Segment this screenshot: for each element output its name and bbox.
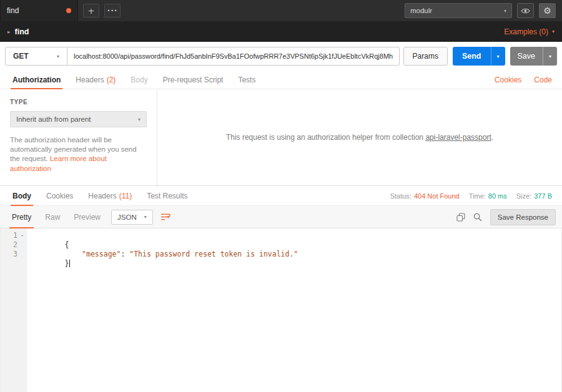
tab-tests[interactable]: Tests <box>230 71 263 89</box>
request-builder: GET ▾ Params Send ▾ Save ▾ <box>0 42 562 71</box>
ellipsis-icon: ••• <box>107 8 117 14</box>
settings-button[interactable]: ⚙ <box>539 3 556 18</box>
postman-app: find + ••• modulr ▾ ⚙ ▸ <box>0 0 562 392</box>
chevron-down-icon: ▾ <box>57 54 59 59</box>
size-meta: Size: 377 B <box>516 192 552 200</box>
unsaved-dot-icon <box>66 8 71 13</box>
request-header: ▸ find Examples (0) ▾ <box>0 21 562 42</box>
authorization-panel: TYPE Inherit auth from parent ▾ The auth… <box>0 89 562 186</box>
response-body-editor[interactable]: 1 - 2 3 { "message": "This password rese… <box>0 228 562 392</box>
response-headers-count-badge: (11) <box>119 192 132 200</box>
params-label: Params <box>413 52 438 61</box>
tab-pre-request-script[interactable]: Pre-request Script <box>155 71 231 89</box>
auth-help-text: The authorization header will be automat… <box>10 135 147 174</box>
tab-bar: find + ••• modulr ▾ ⚙ <box>0 0 562 21</box>
examples-label: Examples (0) <box>504 27 548 36</box>
chevron-down-icon: ▾ <box>144 214 147 220</box>
plus-icon: + <box>88 6 95 16</box>
tab-more-options-button[interactable]: ••• <box>104 4 121 17</box>
response-tab-cookies[interactable]: Cookies <box>39 186 81 205</box>
response-tab-body[interactable]: Body <box>5 186 39 205</box>
json-key: "message" <box>82 250 121 258</box>
copy-icon <box>456 213 465 222</box>
response-tab-headers[interactable]: Headers (11) <box>81 186 139 205</box>
language-value: JSON <box>117 213 137 221</box>
tab-title: find <box>7 6 19 15</box>
cookies-link[interactable]: Cookies <box>495 76 521 84</box>
environment-quicklook-button[interactable] <box>517 3 534 18</box>
tab-body[interactable]: Body <box>123 71 155 89</box>
params-button[interactable]: Params <box>403 47 448 66</box>
code-link[interactable]: Code <box>534 76 552 84</box>
view-raw-button[interactable]: Raw <box>38 206 67 228</box>
request-name: find <box>15 27 29 36</box>
text-cursor <box>69 260 70 267</box>
auth-type-column: TYPE Inherit auth from parent ▾ The auth… <box>0 89 157 185</box>
time-meta: Time: 80 ms <box>469 192 507 200</box>
examples-dropdown[interactable]: Examples (0) ▾ <box>504 27 555 36</box>
collapse-caret-icon[interactable]: ▸ <box>7 29 11 35</box>
response-tabs: Body Cookies Headers (11) Test Results S… <box>0 186 562 206</box>
send-button-group: Send ▾ <box>453 47 505 66</box>
send-options-caret[interactable]: ▾ <box>491 47 505 66</box>
chevron-down-icon: ▾ <box>504 8 506 14</box>
auth-type-value: Inherit auth from parent <box>16 115 91 123</box>
response-toolbar: Pretty Raw Preview JSON ▾ <box>0 206 562 228</box>
view-preview-button[interactable]: Preview <box>67 206 107 228</box>
request-tab[interactable]: find <box>0 0 78 21</box>
auth-type-select[interactable]: Inherit auth from parent ▾ <box>10 111 147 127</box>
fold-toggle[interactable]: - <box>20 231 24 240</box>
tab-headers[interactable]: Headers (2) <box>68 71 123 89</box>
save-response-button[interactable]: Save Response <box>490 209 556 225</box>
search-icon <box>473 213 482 222</box>
gear-icon: ⚙ <box>543 6 551 15</box>
url-input[interactable] <box>67 47 400 66</box>
save-options-caret[interactable]: ▾ <box>543 47 557 66</box>
code-line: { <box>30 231 561 240</box>
status-value: 404 Not Found <box>414 192 460 200</box>
request-tabs: Authorization Headers (2) Body Pre-reque… <box>0 71 562 89</box>
save-button-group: Save ▾ <box>510 47 558 66</box>
chevron-down-icon: ▾ <box>138 117 140 122</box>
json-string-value: "This password reset token is invalid." <box>129 250 298 258</box>
toolbar-right: Save Response <box>456 209 557 225</box>
headers-count-badge: (2) <box>107 76 116 84</box>
language-select[interactable]: JSON ▾ <box>111 210 153 225</box>
save-button[interactable]: Save <box>510 47 543 66</box>
time-value: 80 ms <box>488 192 507 200</box>
auth-helper-message: This request is using an authorization h… <box>157 89 562 185</box>
view-pretty-button[interactable]: Pretty <box>5 206 38 228</box>
environment-select[interactable]: modulr ▾ <box>405 3 512 18</box>
environment-value: modulr <box>410 7 432 14</box>
line-number: 2 <box>1 240 27 250</box>
topbar-right: modulr ▾ ⚙ <box>405 3 562 18</box>
line-number-gutter: 1 - 2 3 <box>1 228 27 392</box>
request-links: Cookies Code <box>495 71 557 89</box>
code-content[interactable]: { "message": "This password reset token … <box>27 228 561 392</box>
code-line: "message": "This password reset token is… <box>30 240 561 250</box>
wrap-lines-icon <box>160 213 171 221</box>
status-meta: Status: 404 Not Found <box>390 192 460 200</box>
line-number: 3 <box>1 250 27 259</box>
size-value: 377 B <box>534 192 552 200</box>
send-button[interactable]: Send <box>453 47 491 66</box>
collection-link[interactable]: api-laravel-passport <box>425 133 491 142</box>
method-value: GET <box>13 52 29 61</box>
search-button[interactable] <box>473 213 482 222</box>
eye-icon <box>521 7 530 14</box>
tab-authorization[interactable]: Authorization <box>5 71 68 89</box>
wrap-lines-button[interactable] <box>160 213 171 221</box>
new-tab-button[interactable]: + <box>83 4 99 17</box>
method-select[interactable]: GET ▾ <box>5 47 67 66</box>
line-number: 1 - <box>1 231 27 240</box>
auth-type-label: TYPE <box>10 99 147 105</box>
chevron-down-icon: ▾ <box>552 29 555 34</box>
response-meta: Status: 404 Not Found Time: 80 ms Size: … <box>390 186 557 205</box>
response-tab-test-results[interactable]: Test Results <box>139 186 195 205</box>
copy-button[interactable] <box>456 213 465 222</box>
